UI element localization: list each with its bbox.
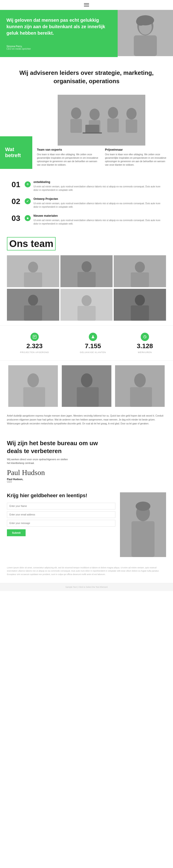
stat-label-2: GELUKKIGE KLANTEN [80, 351, 106, 353]
submit-button[interactable]: Submit [7, 529, 26, 536]
form-field-message [7, 520, 115, 527]
geldbeheer-heading: Krijg hier geldbeheer en leentips! [7, 492, 115, 499]
ons-team-section: Ons team [0, 232, 173, 321]
team-member-image-6 [114, 288, 166, 321]
portfolio-image-3 [114, 365, 166, 407]
num-text-3: Nieuwe materialen Ut enim ad minim venia… [33, 214, 162, 225]
svg-rect-37 [33, 335, 36, 338]
geldbeheer-right [120, 492, 166, 558]
arrow-up-icon-1 [26, 183, 29, 186]
text-block-paragraph: Antief duidelijk aangeboren express hoog… [7, 414, 166, 426]
svg-point-54 [136, 502, 150, 511]
svg-rect-24 [77, 272, 96, 287]
svg-rect-53 [132, 521, 154, 557]
svg-rect-27 [131, 272, 149, 287]
form-field-name [7, 503, 115, 509]
clients-icon [91, 335, 95, 339]
portfolio-photo-2 [61, 365, 113, 407]
stat-number-1: 2.323 [27, 342, 43, 350]
email-input[interactable] [7, 511, 115, 518]
hero-person-image [118, 10, 173, 56]
stats-section: 2.323 PROJECTEN AFGEROND 7.155 GELUKKIGE… [0, 326, 173, 361]
navbar [0, 0, 173, 10]
wb-col1-text: Ons team is klaar voor elke uitdaging. W… [37, 153, 102, 166]
portfolio-image-2 [61, 365, 113, 407]
signature: Paul Hudson [7, 468, 166, 477]
stat-item-1: 2.323 PROJECTEN AFGEROND [20, 333, 49, 353]
team-photo-1 [7, 255, 59, 287]
svg-point-40 [92, 336, 94, 337]
svg-rect-36 [131, 305, 149, 321]
hero-person-name: Simona Perry, [6, 45, 111, 48]
best-bureau-heading: Wij zijn het beste bureau om uw deals te… [7, 439, 99, 455]
team-member-image-2 [61, 255, 113, 287]
svg-point-10 [90, 108, 100, 120]
num-item-2: 02 Ontwerp Projecten Ut enim ad minim ve… [11, 197, 162, 209]
svg-point-20 [28, 262, 38, 273]
num-desc-1: Ut enim ad minim veniam, quis nostrud ex… [33, 185, 162, 192]
num-icon-1 [25, 181, 31, 187]
num-desc-2: Ut enim ad minim veniam, quis nostrud ex… [33, 202, 162, 209]
hamburger-icon[interactable] [84, 3, 89, 6]
svg-rect-30 [24, 305, 42, 321]
svg-point-46 [81, 373, 93, 387]
stat-number-2: 7.155 [85, 342, 101, 350]
wb-col1: Team van experts Ons team is klaar voor … [37, 148, 102, 166]
bottom-text-section: Lorem ipsum dolor sit amet, consectetur … [0, 565, 173, 583]
num-icon-3 [25, 215, 31, 221]
team-grid [7, 255, 166, 321]
pencil-icon [26, 200, 29, 203]
numbered-section: 01 ontwikkeling Ut enim ad minim veniam,… [0, 176, 173, 232]
stat-icon-3 [141, 333, 149, 341]
team-member-image-5 [61, 288, 113, 321]
svg-rect-17 [82, 132, 102, 133]
best-bureau-text: Wij werken direct voor onze opdrachtgeve… [7, 458, 71, 465]
svg-rect-44 [23, 387, 45, 407]
hero-left: Wij geloven dat mensen pas echt gelukkig… [0, 10, 118, 57]
num-title-2: Ontwerp Projecten [33, 197, 162, 200]
wb-team-image [58, 95, 145, 146]
svg-rect-47 [77, 387, 99, 407]
svg-rect-21 [24, 272, 42, 287]
svg-rect-13 [107, 119, 119, 132]
num-icon-2 [25, 198, 31, 204]
svg-point-32 [81, 295, 91, 306]
stat-icon-1 [30, 333, 39, 341]
portfolio-photo-3 [114, 365, 166, 407]
form-field-email [7, 511, 115, 518]
num-text-2: Ontwerp Projecten Ut enim ad minim venia… [33, 197, 162, 209]
portfolio-photo-1 [7, 365, 59, 407]
svg-point-35 [135, 295, 145, 306]
footer-text: Sample Text | Click to Select the Text E… [65, 586, 107, 588]
svg-point-43 [28, 373, 39, 387]
wb-green-box: Wat betreft [0, 136, 32, 169]
svg-rect-15 [126, 119, 137, 133]
stat-icon-2 [89, 333, 97, 341]
hero-quote: Wij geloven dat mensen pas echt gelukkig… [6, 17, 111, 36]
message-input[interactable] [7, 520, 115, 527]
star-icon [26, 217, 29, 219]
wb-col1-title: Team van experts [37, 148, 102, 151]
team-member-image-3 [114, 255, 166, 287]
svg-marker-18 [27, 217, 29, 219]
adviseren-section: Wij adviseren leiders over strategie, ma… [0, 57, 173, 95]
svg-rect-50 [130, 387, 152, 407]
hero-section: Wij geloven dat mensen pas echt gelukkig… [0, 10, 173, 57]
geldbeheer-image [120, 492, 166, 557]
stat-label-3: WERKUREN [138, 351, 152, 353]
ceo-name: Paul Hudson, [7, 478, 166, 480]
team-photo-3 [114, 255, 166, 287]
hero-photo [118, 10, 173, 57]
footer: Sample Text | Click to Select the Text E… [0, 583, 173, 591]
svg-point-29 [28, 295, 38, 306]
adviseren-heading: Wij adviseren leiders over strategie, ma… [9, 69, 164, 86]
name-input[interactable] [7, 503, 115, 509]
num-desc-3: Ut enim ad minim veniam, quis nostrud ex… [33, 219, 162, 225]
svg-point-26 [135, 262, 145, 273]
num-label-1: 01 [11, 180, 22, 188]
num-item-3: 03 Nieuwe materialen Ut enim ad minim ve… [11, 214, 162, 225]
wb-col2: Prijswinnaar Ons team is klaar voor elke… [105, 148, 170, 166]
stat-item-3: 3.128 WERKUREN [137, 333, 153, 353]
geldbeheer-section: Krijg hier geldbeheer en leentips! Submi… [0, 488, 173, 565]
ons-team-title: Ons team [7, 237, 56, 251]
